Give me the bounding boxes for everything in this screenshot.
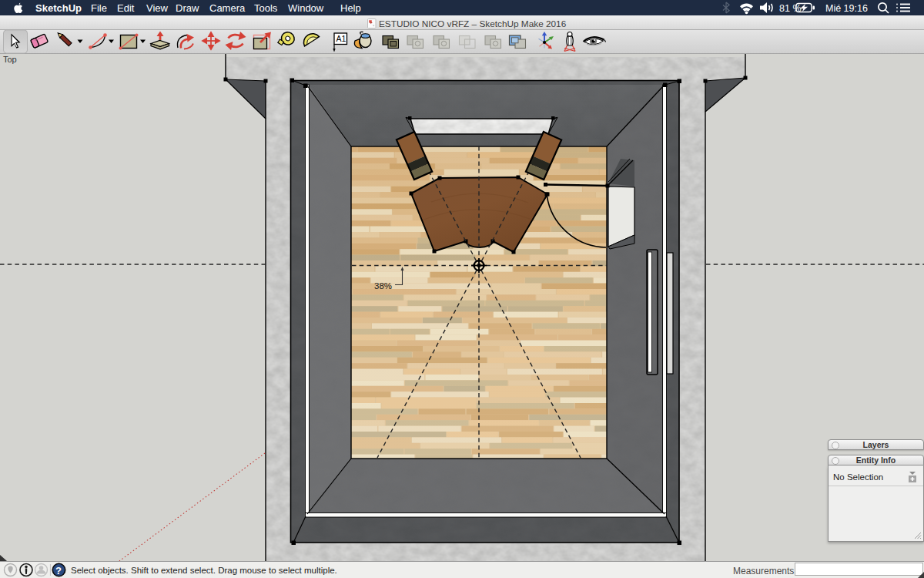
svg-text:Mié 19:16: Mié 19:16: [825, 3, 868, 14]
svg-text:?: ?: [55, 565, 62, 576]
svg-text:A1: A1: [336, 34, 346, 43]
svg-text:38%: 38%: [374, 281, 392, 291]
